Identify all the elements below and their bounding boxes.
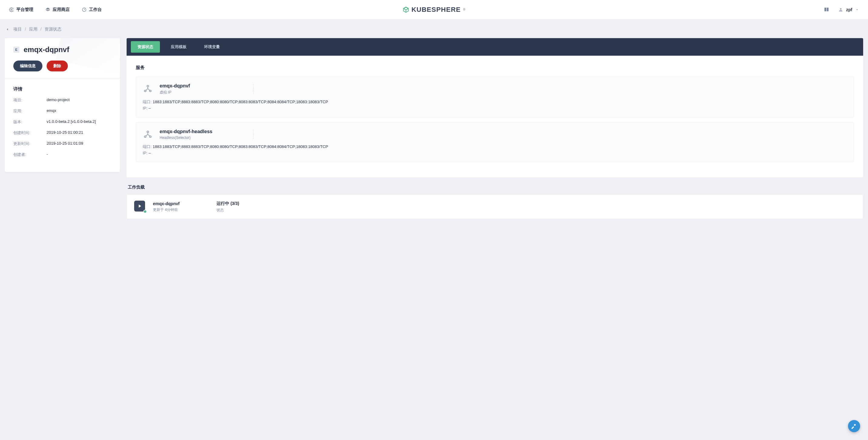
workload-updated: 更新于 4分钟前 bbox=[153, 207, 217, 212]
label-creator: 创建者: bbox=[13, 152, 46, 157]
crumb-resource-status[interactable]: 资源状态 bbox=[44, 27, 61, 31]
tab-app-template[interactable]: 应用模板 bbox=[164, 41, 193, 53]
label-app: 应用: bbox=[13, 108, 46, 114]
label-project: 项目: bbox=[13, 97, 46, 103]
topbar-right: zpf bbox=[824, 7, 859, 12]
edit-button[interactable]: 编辑信息 bbox=[13, 61, 42, 71]
svg-point-2 bbox=[840, 8, 841, 9]
services-title: 服务 bbox=[136, 65, 854, 70]
ip-label: IP: bbox=[143, 151, 148, 155]
kubesphere-logo-icon bbox=[402, 6, 409, 13]
delete-button[interactable]: 删除 bbox=[46, 61, 68, 71]
label-created: 创建时间: bbox=[13, 130, 46, 136]
workload-status: 运行中 (3/3) bbox=[217, 201, 280, 206]
nav-workbench[interactable]: 工作台 bbox=[82, 7, 102, 12]
user-name: zpf bbox=[846, 7, 852, 12]
ip-label: IP: bbox=[143, 106, 148, 110]
detail-body: 详情 项目:demo-project 应用:emqx 版本:v1.0.0-bet… bbox=[5, 78, 120, 172]
tab-bar: 资源状态 应用模板 环境变量 bbox=[127, 38, 863, 56]
status-dot-icon bbox=[143, 210, 147, 213]
service-type: 虚拟 IP bbox=[160, 90, 253, 95]
label-version: 版本: bbox=[13, 119, 46, 125]
service-name: emqx-dqpnvf-headless bbox=[160, 129, 253, 134]
topbar: 平台管理 应用商店 工作台 KUBESPHERE® zpf bbox=[0, 0, 868, 20]
service-card[interactable]: emqx-dqpnvf 虚拟 IP 端口: 1883:1883/TCP;8883… bbox=[136, 76, 854, 117]
toolbox-fab[interactable] bbox=[848, 420, 860, 432]
value-version: v1.0.0-beta.2 [v1.0.0-beta.2] bbox=[46, 119, 112, 125]
label-updated: 更新时间: bbox=[13, 141, 46, 146]
value-updated: 2019-10-25 01:01:09 bbox=[46, 141, 112, 146]
workload-col-status: 运行中 (3/3) 状态 bbox=[217, 201, 280, 213]
tab-env-vars[interactable]: 环境变量 bbox=[197, 41, 226, 53]
top-nav: 平台管理 应用商店 工作台 bbox=[9, 7, 102, 12]
user-menu[interactable]: zpf bbox=[838, 7, 859, 12]
breadcrumb-links: 项目 / 应用 / 资源状态 bbox=[13, 27, 61, 32]
nav-app-store[interactable]: 应用商店 bbox=[45, 7, 70, 12]
workload-col-name: emqx-dqpnvf 更新于 4分钟前 bbox=[153, 201, 217, 212]
hammer-icon bbox=[851, 423, 857, 429]
brand-name: KUBESPHERE bbox=[411, 6, 461, 13]
service-ip: – bbox=[149, 151, 151, 155]
docs-icon[interactable] bbox=[824, 7, 829, 12]
gear-icon bbox=[9, 7, 14, 12]
port-label: 端口: bbox=[143, 100, 152, 104]
svg-point-0 bbox=[11, 9, 12, 10]
chevron-down-icon bbox=[855, 8, 859, 11]
service-ports: 1883:1883/TCP;8883:8883/TCP;8080:8080/TC… bbox=[153, 144, 328, 149]
svg-point-3 bbox=[147, 85, 149, 87]
nav-label: 工作台 bbox=[89, 7, 102, 12]
workload-status-label: 状态 bbox=[217, 208, 280, 213]
tab-resource-status[interactable]: 资源状态 bbox=[131, 41, 160, 53]
nav-label: 应用商店 bbox=[53, 7, 70, 12]
main-column: 资源状态 应用模板 环境变量 服务 emqx-dqpnvf 虚拟 IP 端口 bbox=[127, 38, 863, 219]
user-icon bbox=[838, 7, 843, 12]
workload-name: emqx-dqpnvf bbox=[153, 201, 217, 206]
detail-panel: E emqx-dqpnvf 编辑信息 删除 详情 项目:demo-project… bbox=[5, 38, 120, 219]
app-badge: E bbox=[13, 46, 20, 53]
workload-icon-wrap bbox=[134, 201, 146, 213]
detail-header: E emqx-dqpnvf 编辑信息 删除 bbox=[5, 38, 120, 78]
nav-platform-management[interactable]: 平台管理 bbox=[9, 7, 33, 12]
service-icon bbox=[143, 129, 153, 139]
service-card[interactable]: emqx-dqpnvf-headless Headless(Selector) … bbox=[136, 122, 854, 162]
app-title: emqx-dqpnvf bbox=[24, 45, 69, 54]
value-created: 2019-10-25 01:00:21 bbox=[46, 130, 112, 136]
brand-logo: KUBESPHERE® bbox=[402, 6, 465, 13]
back-icon[interactable] bbox=[5, 27, 10, 31]
main-layout: E emqx-dqpnvf 编辑信息 删除 详情 项目:demo-project… bbox=[0, 34, 868, 237]
value-app: emqx bbox=[46, 108, 112, 114]
value-creator: - bbox=[46, 152, 112, 157]
detail-card: E emqx-dqpnvf 编辑信息 删除 详情 项目:demo-project… bbox=[5, 38, 120, 172]
breadcrumb: 项目 / 应用 / 资源状态 bbox=[0, 20, 868, 34]
service-ports: 1883:1883/TCP;8883:8883/TCP;8080:8080/TC… bbox=[153, 100, 328, 104]
gauge-icon bbox=[82, 7, 87, 12]
brand-mark: ® bbox=[463, 8, 465, 11]
layers-icon bbox=[45, 7, 50, 12]
crumb-project[interactable]: 项目 bbox=[13, 27, 22, 31]
detail-section-title: 详情 bbox=[13, 86, 112, 92]
nav-label: 平台管理 bbox=[17, 7, 33, 12]
value-project: demo-project bbox=[46, 97, 112, 103]
services-panel: 服务 emqx-dqpnvf 虚拟 IP 端口: 1883:1883/TCP;8… bbox=[127, 56, 863, 177]
crumb-application[interactable]: 应用 bbox=[29, 27, 37, 31]
port-label: 端口: bbox=[143, 144, 152, 149]
service-type: Headless(Selector) bbox=[160, 136, 253, 140]
workloads-title: 工作负载 bbox=[128, 184, 863, 190]
service-name: emqx-dqpnvf bbox=[160, 83, 253, 89]
workload-card[interactable]: emqx-dqpnvf 更新于 4分钟前 运行中 (3/3) 状态 bbox=[127, 194, 863, 219]
svg-point-6 bbox=[147, 131, 149, 133]
service-ip: – bbox=[149, 106, 151, 110]
service-icon bbox=[143, 83, 153, 94]
